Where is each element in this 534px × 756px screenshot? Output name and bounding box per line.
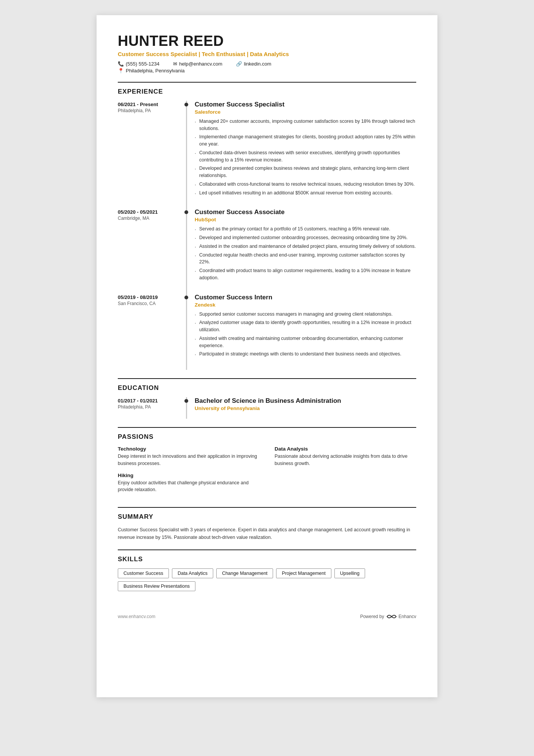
summary-section-title: SUMMARY (118, 513, 416, 521)
exp-location-2: Cambridge, MA (118, 216, 182, 221)
location-contact: 📍 Philadelphia, Pennsylvania (118, 68, 416, 74)
exp-right-1: Customer Success Specialist Salesforce M… (186, 101, 416, 209)
passion-title-hiking: Hiking (118, 473, 259, 478)
enhancv-brand-name: Enhancv (398, 614, 416, 619)
exp-job-title-1: Customer Success Specialist (195, 101, 416, 108)
experience-divider (118, 82, 416, 83)
resume-page: HUNTER REED Customer Success Specialist … (97, 15, 437, 697)
skill-upselling: Upselling (334, 568, 365, 578)
exp-bullet: Supported senior customer success manage… (195, 311, 416, 318)
exp-date-1: 06/2021 - Present (118, 102, 182, 107)
email-address: help@enhancv.com (179, 61, 222, 67)
exp-bullet: Participated in strategic meetings with … (195, 351, 416, 358)
edu-location-1: Philadelphia, PA (118, 404, 182, 410)
skill-business-review: Business Review Presentations (118, 581, 195, 591)
skills-row: Customer Success Data Analytics Change M… (118, 568, 416, 581)
exp-company-1: Salesforce (195, 109, 416, 115)
candidate-title: Customer Success Specialist | Tech Enthu… (118, 51, 416, 57)
exp-bullet: Assisted with creating and maintaining c… (195, 335, 416, 349)
email-contact: ✉ help@enhancv.com (173, 61, 222, 67)
phone-number: (555) 555-1234 (126, 61, 159, 67)
footer-website: www.enhancv.com (118, 614, 155, 619)
exp-bullet: Conducted data-driven business reviews w… (195, 149, 416, 164)
location-icon: 📍 (118, 68, 124, 74)
location-text: Philadelphia, Pennsylvania (126, 68, 184, 74)
exp-job-title-3: Customer Success Intern (195, 294, 416, 301)
candidate-name: HUNTER REED (118, 33, 416, 49)
education-item-1: 01/2017 - 01/2021 Philadelphia, PA Bache… (118, 397, 416, 419)
exp-date-2: 05/2020 - 05/2021 (118, 209, 182, 215)
passion-data-analysis: Data Analysis Passionate about deriving … (275, 446, 416, 467)
passion-hiking: Hiking Enjoy outdoor activities that cha… (118, 473, 259, 494)
passion-title-technology: Technology (118, 446, 259, 452)
exp-job-title-2: Customer Success Associate (195, 208, 416, 216)
exp-bullet: Coordinated with product teams to align … (195, 267, 416, 282)
header-contacts: 📞 (555) 555-1234 ✉ help@enhancv.com 🔗 li… (118, 61, 416, 67)
passions-section-title: PASSIONS (118, 433, 416, 441)
powered-by-text: Powered by (360, 614, 384, 619)
experience-item-2: 05/2020 - 05/2021 Cambridge, MA Customer… (118, 208, 416, 293)
exp-bullet: Implemented change management strategies… (195, 133, 416, 148)
passion-title-data-analysis: Data Analysis (275, 446, 416, 452)
exp-right-3: Customer Success Intern Zendesk Supporte… (186, 294, 416, 370)
enhancv-logo: Enhancv (386, 613, 416, 620)
exp-left-3: 05/2019 - 08/2019 San Francisco, CA (118, 294, 186, 370)
skills-row-2: Business Review Presentations (118, 581, 416, 594)
edu-date-1: 01/2017 - 01/2021 (118, 398, 182, 404)
footer-logo: Powered by Enhancv (360, 613, 416, 620)
edu-right-1: Bachelor of Science in Business Administ… (186, 397, 416, 419)
experience-section-title: EXPERIENCE (118, 88, 416, 95)
exp-bullet: Conducted regular health checks and end-… (195, 252, 416, 266)
skills-divider (118, 549, 416, 550)
phone-contact: 📞 (555) 555-1234 (118, 61, 159, 67)
exp-bullets-2: Served as the primary contact for a port… (195, 225, 416, 281)
header-section: HUNTER REED Customer Success Specialist … (118, 33, 416, 74)
passions-grid: Technology Deep interest in tech innovat… (118, 446, 416, 499)
passion-desc-technology: Deep interest in tech innovations and th… (118, 453, 259, 467)
enhancv-logo-icon (386, 613, 397, 620)
education-divider (118, 378, 416, 379)
exp-company-2: HubSpot (195, 217, 416, 222)
skill-project-management: Project Management (276, 568, 331, 578)
exp-location-3: San Francisco, CA (118, 301, 182, 306)
exp-left-1: 06/2021 - Present Philadelphia, PA (118, 101, 186, 209)
exp-left-2: 05/2020 - 05/2021 Cambridge, MA (118, 208, 186, 293)
email-icon: ✉ (173, 61, 177, 67)
exp-bullet: Served as the primary contact for a port… (195, 225, 416, 233)
exp-bullets-1: Managed 20+ customer accounts, improving… (195, 118, 416, 197)
edu-school-1: University of Pennsylvania (195, 405, 416, 411)
linkedin-url: linkedin.com (244, 61, 271, 67)
education-section-title: EDUCATION (118, 384, 416, 392)
footer: www.enhancv.com Powered by Enhancv (118, 613, 416, 620)
exp-bullets-3: Supported senior customer success manage… (195, 311, 416, 358)
skills-section-title: SKILLS (118, 556, 416, 563)
experience-item-1: 06/2021 - Present Philadelphia, PA Custo… (118, 101, 416, 209)
exp-bullet: Led upsell initiatives resulting in an a… (195, 189, 416, 197)
passion-desc-hiking: Enjoy outdoor activities that challenge … (118, 479, 259, 494)
linkedin-icon: 🔗 (236, 61, 242, 67)
edu-degree-1: Bachelor of Science in Business Administ… (195, 397, 416, 405)
exp-date-3: 05/2019 - 08/2019 (118, 294, 182, 300)
exp-bullet: Collaborated with cross-functional teams… (195, 181, 416, 188)
exp-company-3: Zendesk (195, 302, 416, 308)
exp-bullet: Analyzed customer usage data to identify… (195, 319, 416, 333)
experience-item-3: 05/2019 - 08/2019 San Francisco, CA Cust… (118, 294, 416, 370)
phone-icon: 📞 (118, 61, 124, 67)
exp-bullet: Developed and implemented customer onboa… (195, 234, 416, 241)
exp-bullet: Managed 20+ customer accounts, improving… (195, 118, 416, 132)
passion-technology: Technology Deep interest in tech innovat… (118, 446, 259, 467)
passion-desc-data-analysis: Passionate about deriving actionable ins… (275, 453, 416, 467)
summary-divider (118, 507, 416, 508)
exp-right-2: Customer Success Associate HubSpot Serve… (186, 208, 416, 293)
linkedin-contact: 🔗 linkedin.com (236, 61, 271, 67)
skill-customer-success: Customer Success (118, 568, 169, 578)
skill-data-analytics: Data Analytics (172, 568, 213, 578)
exp-bullet: Developed and presented complex business… (195, 165, 416, 179)
skill-change-management: Change Management (216, 568, 273, 578)
exp-bullet: Assisted in the creation and maintenance… (195, 243, 416, 250)
edu-left-1: 01/2017 - 01/2021 Philadelphia, PA (118, 397, 186, 419)
exp-location-1: Philadelphia, PA (118, 108, 182, 113)
passions-divider (118, 427, 416, 428)
summary-text: Customer Success Specialist with 3 years… (118, 526, 416, 541)
